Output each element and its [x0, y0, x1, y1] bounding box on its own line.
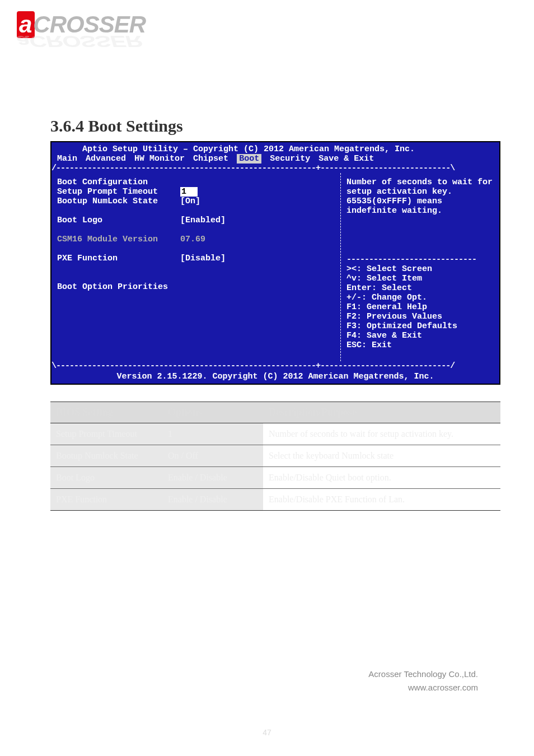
- table-row: Boot Logo Enable / Disable Enable/Disabl…: [50, 467, 500, 489]
- numlock-label: Bootup NumLock State: [57, 197, 180, 206]
- bootlogo-value: [Enabled]: [180, 216, 335, 225]
- bios-title: Aptio Setup Utility – Copyright (C) 2012…: [51, 144, 499, 154]
- cell-desc: Select the keyboard Numlock state: [263, 445, 500, 467]
- cell-setting: Boot Logo: [50, 467, 162, 489]
- cell-options: On / Off: [162, 445, 263, 467]
- bios-tabs: Main Advanced HW Monitor Chipset Boot Se…: [51, 154, 499, 164]
- tab-hwmonitor: HW Monitor: [134, 154, 185, 164]
- pxe-label: PXE Function: [57, 254, 180, 263]
- page-footer: Acrosser Technology Co.,Ltd. www.acrosse…: [0, 668, 534, 717]
- tab-main: Main: [57, 154, 77, 164]
- tab-chipset: Chipset: [193, 154, 228, 164]
- cell-options: Enable / Disable: [162, 467, 263, 489]
- cell-setting: PXE Function: [50, 489, 162, 511]
- page-number: 47: [0, 728, 534, 737]
- th-desc: Description/Purpose: [263, 402, 500, 423]
- cell-desc: Enable/Disable Quiet boot option.: [263, 467, 500, 489]
- bios-left-panel: Boot Configuration Setup Prompt Timeout …: [51, 173, 341, 361]
- bottom-divider: \---------------------------------------…: [51, 361, 499, 371]
- logo-reflection: aCROSSER: [17, 32, 517, 51]
- right-divider: -----------------------------: [346, 255, 494, 264]
- cell-setting: Bootup Numlock State: [50, 445, 162, 467]
- numlock-value: [On]: [180, 197, 335, 206]
- tab-security: Security: [270, 154, 310, 164]
- key-change: +/-: Change Opt.: [346, 293, 494, 302]
- cell-options: 1: [162, 423, 263, 445]
- cell-desc: Enable/Disable PXE Function of Lan.: [263, 489, 500, 511]
- table-row: PXE Function Enable / Disable Enable/Dis…: [50, 489, 500, 511]
- csm16-value: 07.69: [180, 235, 335, 244]
- footer-company: Acrosser Technology Co.,Ltd.: [0, 668, 478, 681]
- table-row: Bootup Numlock State On / Off Select the…: [50, 445, 500, 467]
- cell-desc: Number of seconds to wait for setup acti…: [263, 423, 500, 445]
- cell-setting: Setup Prompt Timeout: [50, 423, 162, 445]
- bios-body: Boot Configuration Setup Prompt Timeout …: [51, 173, 499, 361]
- bios-right-panel: Number of seconds to wait for setup acti…: [341, 173, 499, 361]
- key-select-item: ^v: Select Item: [346, 274, 494, 283]
- key-select-screen: ><: Select Screen: [346, 264, 494, 274]
- setup-prompt-label: Setup Prompt Timeout: [57, 187, 180, 197]
- key-enter: Enter: Select: [346, 283, 494, 293]
- boot-config-heading: Boot Configuration: [57, 178, 180, 187]
- section-heading: 3.6.4 Boot Settings: [50, 116, 534, 136]
- bios-footer: Version 2.15.1229. Copyright (C) 2012 Am…: [51, 371, 499, 384]
- cell-options: Enable / Disable: [162, 489, 263, 511]
- key-f2: F2: Previous Values: [346, 312, 494, 321]
- pxe-value: [Disable]: [180, 254, 335, 263]
- bios-screenshot: Aptio Setup Utility – Copyright (C) 2012…: [50, 141, 500, 385]
- key-f1: F1: General Help: [346, 302, 494, 312]
- tab-advanced: Advanced: [86, 154, 126, 164]
- th-setting: BIOS Setting: [50, 402, 162, 423]
- key-esc: ESC: Exit: [346, 340, 494, 350]
- bootlogo-label: Boot Logo: [57, 216, 180, 225]
- boot-priorities-label: Boot Option Priorities: [57, 282, 225, 292]
- tab-saveexit: Save & Exit: [318, 154, 374, 164]
- tab-boot: Boot: [237, 154, 261, 164]
- key-f4: F4: Save & Exit: [346, 331, 494, 340]
- table-row: Setup Prompt Timeout 1 Number of seconds…: [50, 423, 500, 445]
- settings-table: BIOS Setting Options Description/Purpose…: [50, 402, 500, 511]
- key-f3: F3: Optimized Defaults: [346, 321, 494, 331]
- bios-header: Aptio Setup Utility – Copyright (C) 2012…: [51, 142, 499, 164]
- setup-prompt-value: 1: [180, 187, 198, 197]
- bios-help-text: Number of seconds to wait for setup acti…: [346, 178, 494, 216]
- header-logo: aCROSSER aCROSSER: [0, 0, 534, 72]
- csm16-label: CSM16 Module Version: [57, 235, 180, 244]
- footer-url: www.acrosser.com: [0, 681, 478, 694]
- th-options: Options: [162, 402, 263, 423]
- divider: /---------------------------------------…: [51, 164, 499, 173]
